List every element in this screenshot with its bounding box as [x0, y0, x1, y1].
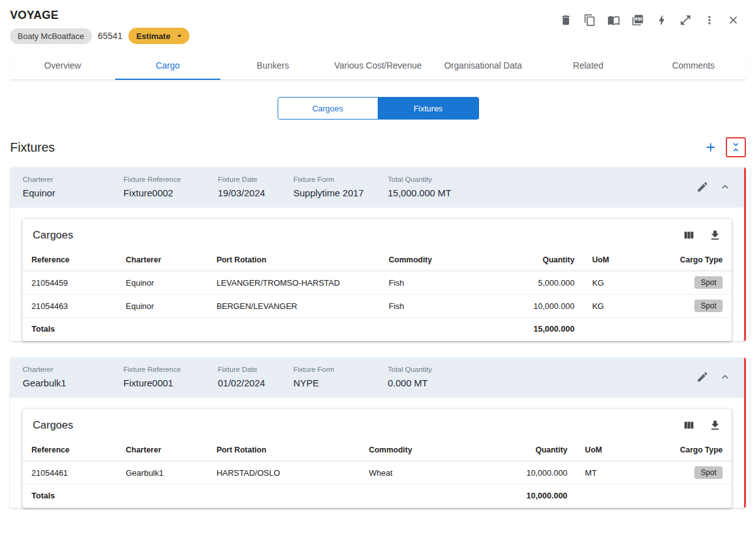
fixture-field-reference: Fixture Reference Fixture0002	[123, 176, 218, 198]
add-fixture-button[interactable]	[701, 137, 721, 157]
cell-quantity: 10,000.000	[524, 295, 584, 318]
cell-uom: KG	[584, 295, 650, 318]
fixture-field-total-quantity: Total Quantity 15,000.000 MT	[388, 176, 696, 198]
fixture-field-date: Fixture Date 19/03/2024	[218, 176, 293, 198]
download-icon[interactable]	[709, 229, 721, 242]
estimate-status-dropdown[interactable]: Estimate	[128, 28, 189, 44]
fixture-field-charterer: Charterer Gearbulk1	[23, 366, 123, 388]
column-header-cargo-type: Cargo Type	[642, 439, 731, 461]
fixture-field-form: Fixture Form NYPE	[293, 366, 388, 388]
cell-cargo-type: Spot	[649, 271, 731, 295]
table-header-row: Reference Charterer Port Rotation Commod…	[23, 249, 731, 271]
totals-label: Totals	[23, 318, 117, 342]
fixtures-section-actions	[701, 137, 746, 157]
expand-icon[interactable]	[679, 14, 692, 26]
cell-charterer: Equinor	[117, 271, 208, 295]
collapse-fixture-button[interactable]	[719, 371, 731, 383]
collapse-all-button[interactable]	[726, 137, 746, 157]
column-header-commodity: Commodity	[380, 249, 524, 271]
cell-commodity: Fish	[380, 295, 524, 318]
cell-uom: KG	[584, 271, 650, 295]
field-label: Fixture Date	[218, 176, 287, 183]
field-value: Gearbulk1	[23, 378, 117, 388]
field-value: Fixture0001	[123, 378, 212, 388]
cargoes-table: Reference Charterer Port Rotation Commod…	[23, 249, 731, 341]
cell-port-rotation: BERGEN/LEVANGER	[208, 295, 380, 318]
cell-commodity: Wheat	[360, 461, 512, 485]
fixture-card: Charterer Gearbulk1 Fixture Reference Fi…	[10, 357, 746, 508]
totals-label: Totals	[23, 485, 117, 508]
book-icon[interactable]	[607, 14, 620, 26]
fixture-field-form: Fixture Form Supplytime 2017	[293, 176, 388, 198]
fixture-header: Charterer Equinor Fixture Reference Fixt…	[10, 167, 744, 208]
field-label: Fixture Reference	[123, 176, 212, 183]
field-value: Supplytime 2017	[293, 188, 381, 198]
table-row[interactable]: 21054461 Gearbulk1 HARSTAD/OSLO Wheat 10…	[23, 461, 731, 485]
column-header-quantity: Quantity	[524, 249, 584, 271]
cell-port-rotation: HARSTAD/OSLO	[208, 461, 360, 485]
estimate-status-label: Estimate	[136, 31, 170, 41]
fixture-header: Charterer Gearbulk1 Fixture Reference Fi…	[10, 357, 744, 398]
cargoes-card: Cargoes Reference Charterer Port Rotatio…	[23, 409, 731, 508]
fixture-field-charterer: Charterer Equinor	[23, 176, 123, 198]
table-header-row: Reference Charterer Port Rotation Commod…	[23, 439, 731, 461]
column-header-uom: UoM	[584, 249, 650, 271]
delete-icon[interactable]	[560, 14, 572, 26]
table-row[interactable]: 21054463 Equinor BERGEN/LEVANGER Fish 10…	[23, 295, 731, 318]
column-header-charterer: Charterer	[117, 439, 208, 461]
caret-down-icon	[174, 31, 184, 41]
cargoes-table: Reference Charterer Port Rotation Commod…	[23, 439, 731, 508]
tab-related[interactable]: Related	[536, 52, 641, 79]
field-value: 19/03/2024	[218, 188, 287, 198]
tab-organisational-data[interactable]: Organisational Data	[431, 52, 536, 79]
columns-icon[interactable]	[682, 229, 695, 242]
header-chip-row: Boaty McBoatface 65541 Estimate	[10, 28, 746, 44]
cell-quantity: 5,000.000	[524, 271, 584, 295]
bolt-icon[interactable]	[655, 14, 668, 26]
column-header-quantity: Quantity	[512, 439, 576, 461]
fixtures-section-header: Fixtures	[0, 137, 756, 157]
cell-uom: MT	[576, 461, 642, 485]
close-icon[interactable]	[727, 14, 740, 26]
cargoes-title: Cargoes	[33, 229, 73, 242]
fixture-header-actions	[696, 371, 731, 383]
totals-quantity: 10,000.000	[512, 485, 576, 508]
kebab-menu-icon[interactable]	[703, 14, 716, 26]
field-label: Total Quantity	[388, 176, 690, 183]
field-value: Fixture0002	[123, 188, 212, 198]
toggle-fixtures-button[interactable]: Fixtures	[378, 97, 479, 120]
download-icon[interactable]	[709, 419, 721, 432]
edit-fixture-button[interactable]	[696, 371, 709, 383]
fixture-field-total-quantity: Total Quantity 0.000 MT	[388, 366, 696, 388]
voyage-header: VOYAGE Boaty McBoatface 65541 Estimate O…	[0, 0, 756, 80]
tab-cargo[interactable]: Cargo	[115, 52, 220, 79]
tab-various-cost-revenue[interactable]: Various Cost/Revenue	[325, 52, 431, 79]
cell-cargo-type: Spot	[642, 461, 731, 485]
totals-row: Totals 15,000.000	[23, 318, 731, 342]
field-value: Equinor	[23, 188, 117, 198]
chevron-up-icon	[719, 181, 731, 193]
cell-reference: 21054459	[23, 271, 117, 295]
pdf-icon[interactable]	[631, 14, 644, 26]
copy-icon[interactable]	[584, 14, 596, 26]
cargoes-actions	[682, 229, 721, 242]
table-row[interactable]: 21054459 Equinor LEVANGER/TROMSO-HARSTAD…	[23, 271, 731, 295]
column-header-port-rotation: Port Rotation	[208, 249, 380, 271]
field-value: NYPE	[293, 378, 381, 388]
collapse-fixture-button[interactable]	[719, 181, 731, 193]
cargoes-card: Cargoes Reference Charterer Port Rotatio…	[23, 219, 731, 341]
status-badge: Spot	[694, 300, 723, 312]
fixtures-section-title: Fixtures	[10, 140, 55, 155]
edit-fixture-button[interactable]	[696, 181, 709, 193]
column-header-reference: Reference	[23, 249, 117, 271]
totals-quantity: 15,000.000	[524, 318, 584, 342]
column-header-port-rotation: Port Rotation	[208, 439, 360, 461]
toggle-cargoes-button[interactable]: Cargoes	[278, 97, 378, 120]
tab-bunkers[interactable]: Bunkers	[220, 52, 325, 79]
columns-icon[interactable]	[682, 419, 695, 432]
tab-comments[interactable]: Comments	[641, 52, 746, 79]
status-badge: Spot	[694, 466, 723, 479]
tab-overview[interactable]: Overview	[10, 52, 115, 79]
fixture-field-reference: Fixture Reference Fixture0001	[123, 366, 218, 388]
field-label: Fixture Form	[293, 176, 381, 183]
